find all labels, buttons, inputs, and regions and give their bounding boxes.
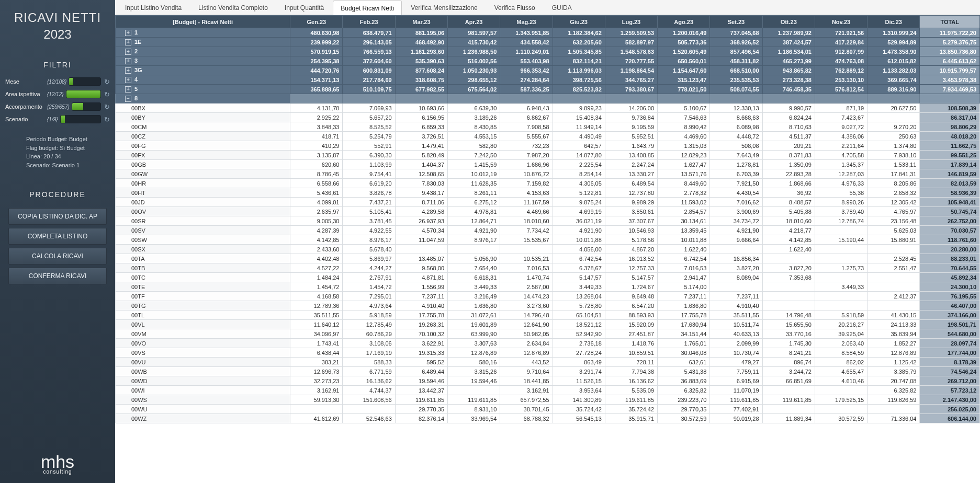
cell[interactable]: 235.535,53: [710, 75, 762, 85]
procedure-button[interactable]: COMPLETA LISTINO: [8, 228, 107, 245]
cell[interactable]: 13.359,45: [658, 226, 710, 235]
cell[interactable]: 4.910,40: [395, 301, 447, 310]
cell[interactable]: 5.820,49: [395, 151, 447, 160]
cell[interactable]: 480.630,98: [290, 28, 343, 38]
cell[interactable]: 6.558,66: [290, 179, 343, 188]
cell[interactable]: 981.597,57: [448, 28, 500, 38]
cell[interactable]: 6.859,33: [395, 122, 447, 132]
month-header[interactable]: Set.23: [710, 16, 762, 28]
expand-icon[interactable]: −: [125, 96, 131, 102]
cell[interactable]: 2.551,47: [868, 263, 920, 273]
cell[interactable]: 4.655,47: [815, 367, 867, 376]
cell[interactable]: 1.237.989,92: [762, 28, 815, 38]
expand-icon[interactable]: +: [125, 49, 131, 55]
cell[interactable]: 35.511,55: [710, 310, 762, 320]
row-label[interactable]: −8: [116, 94, 290, 104]
cell[interactable]: 35.511,55: [290, 310, 343, 320]
cell[interactable]: 7.016,62: [710, 198, 762, 207]
tab[interactable]: Input Listino Vendita: [117, 0, 189, 15]
cell[interactable]: [762, 292, 815, 301]
cell[interactable]: 4.099,01: [290, 198, 343, 207]
cell[interactable]: 41.612,69: [290, 414, 343, 423]
cell[interactable]: 6.390,30: [343, 151, 395, 160]
cell[interactable]: 3.291,74: [553, 367, 605, 376]
table-row[interactable]: +4154.371,13217.784,69318.608,75298.655,…: [116, 75, 980, 85]
table-row[interactable]: 00BX4.131,787.069,9310.693,666.639,306.9…: [116, 104, 980, 113]
cell[interactable]: 151.608,56: [343, 395, 395, 405]
cell[interactable]: 1.154.647,60: [658, 66, 710, 75]
cell[interactable]: [762, 386, 815, 395]
cell[interactable]: 881.195,06: [395, 28, 447, 38]
cell[interactable]: 30.572,59: [815, 414, 867, 423]
cell[interactable]: 315.123,47: [658, 75, 710, 85]
cell[interactable]: 1.350,09: [762, 160, 815, 169]
cell[interactable]: 7.016,53: [658, 263, 710, 273]
cell[interactable]: 721.921,56: [815, 28, 867, 38]
cell[interactable]: 8.990,26: [815, 198, 867, 207]
cell[interactable]: 6.862,67: [500, 113, 553, 122]
cell[interactable]: 4.978,81: [448, 207, 500, 216]
cell[interactable]: 1.110.249,01: [500, 47, 553, 56]
cell[interactable]: 12.737,80: [605, 188, 657, 198]
cell[interactable]: 14.877,80: [553, 151, 605, 160]
cell[interactable]: 15.190,44: [815, 235, 867, 245]
cell[interactable]: 8.254,14: [553, 169, 605, 179]
cell[interactable]: 16.013,52: [605, 254, 657, 263]
cell[interactable]: 30.046,08: [658, 348, 710, 358]
row-label[interactable]: 00SV: [116, 226, 290, 235]
cell[interactable]: 179.525,15: [815, 395, 867, 405]
cell[interactable]: 12.305,42: [868, 198, 920, 207]
cell[interactable]: 10.535,21: [500, 254, 553, 263]
cell[interactable]: 14.206,00: [605, 104, 657, 113]
cell[interactable]: 1.343.951,85: [500, 28, 553, 38]
cell[interactable]: 3.273,60: [500, 301, 553, 310]
row-total[interactable]: 82.013,59: [920, 179, 980, 188]
cell[interactable]: 19.263,31: [395, 320, 447, 329]
row-label[interactable]: 00GB: [116, 160, 290, 169]
cell[interactable]: [762, 282, 815, 292]
cell[interactable]: 18.010,60: [500, 216, 553, 226]
row-label[interactable]: 00BX: [116, 104, 290, 113]
cell[interactable]: 55,38: [815, 188, 867, 198]
cell[interactable]: 4.287,39: [290, 226, 343, 235]
table-row[interactable]: 00FG410,29552,911.479,41582,80732,23642,…: [116, 141, 980, 151]
cell[interactable]: 27.451,87: [605, 329, 657, 339]
cell[interactable]: 1.627,47: [658, 160, 710, 169]
cell[interactable]: 5.174,00: [658, 282, 710, 292]
cell[interactable]: 8.089,04: [710, 273, 762, 282]
cell[interactable]: 7.069,93: [343, 104, 395, 113]
cell[interactable]: 4.910,40: [710, 301, 762, 310]
cell[interactable]: 19.315,33: [395, 348, 447, 358]
cell[interactable]: 68.788,32: [500, 414, 553, 423]
cell[interactable]: 3.108,06: [343, 339, 395, 348]
cell[interactable]: 119.611,85: [710, 395, 762, 405]
cell[interactable]: 398.725,56: [553, 75, 605, 85]
cell[interactable]: 553.403,98: [500, 56, 553, 66]
cell[interactable]: 9.270,20: [868, 122, 920, 132]
cell[interactable]: 576.812,54: [815, 85, 867, 94]
table-row[interactable]: 00VO1.743,413.108,063.622,913.307,632.63…: [116, 339, 980, 348]
cell[interactable]: 8.241,21: [762, 348, 815, 358]
row-total[interactable]: 24.300,10: [920, 282, 980, 292]
table-row[interactable]: 00CZ418,715.254,793.726,514.553,155.555,…: [116, 132, 980, 141]
cell[interactable]: 7.159,82: [500, 179, 553, 188]
cell[interactable]: 12.029,23: [658, 151, 710, 160]
cell[interactable]: 90.019,28: [710, 414, 762, 423]
cell[interactable]: 9.027,72: [815, 122, 867, 132]
cell[interactable]: 443,52: [500, 358, 553, 367]
cell[interactable]: 35.915,71: [605, 414, 657, 423]
tab[interactable]: Listino Vendita Completo: [190, 0, 276, 15]
cell[interactable]: [868, 273, 920, 282]
cell[interactable]: 35.724,42: [605, 405, 657, 414]
filter-slider[interactable]: [69, 77, 101, 86]
cell[interactable]: 3.900,69: [710, 207, 762, 216]
cell[interactable]: 5.105,41: [343, 207, 395, 216]
row-total[interactable]: 57.723,12: [920, 386, 980, 395]
table-row[interactable]: 00FX3.135,876.390,305.820,497.242,507.98…: [116, 151, 980, 160]
cell[interactable]: 239.223,70: [658, 395, 710, 405]
cell[interactable]: 4.867,20: [605, 245, 657, 254]
refresh-icon[interactable]: ↻: [104, 78, 110, 86]
cell[interactable]: [868, 405, 920, 414]
cell[interactable]: 966.353,42: [500, 66, 553, 75]
cell[interactable]: 8.668,63: [710, 113, 762, 122]
